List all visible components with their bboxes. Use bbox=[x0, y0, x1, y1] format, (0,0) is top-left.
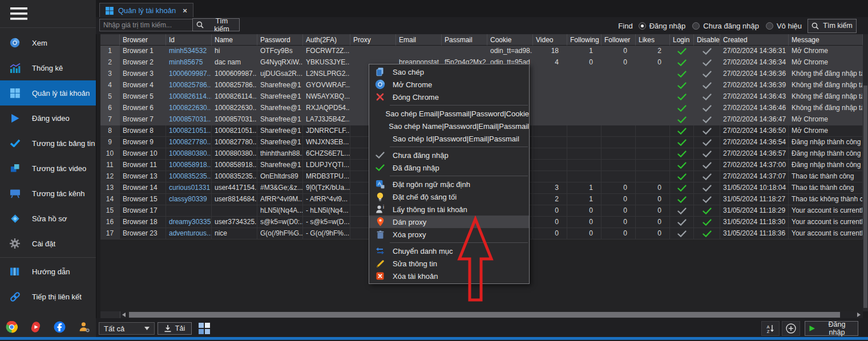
find-radio-option-0[interactable]: Đăng nhập bbox=[639, 22, 686, 30]
column-header-disable[interactable]: Disable bbox=[694, 34, 720, 46]
context-menu-item-lay-thong-tin-tai-khoan[interactable]: iLấy thông tin tài khoản bbox=[369, 203, 529, 216]
context-menu-item-da-dang-nhap[interactable]: Đã đăng nhập bbox=[369, 161, 529, 174]
cell-password: OnEhltdrs89 bbox=[257, 171, 303, 182]
context-menu-item-mo-chrome[interactable]: Mở Chrome bbox=[369, 78, 529, 91]
cell-created: 27/02/2024 14:36:34 bbox=[720, 57, 789, 68]
column-header-auth[interactable]: Auth(2FA) bbox=[303, 34, 350, 46]
context-menu-item-sao-chep-id-combo[interactable]: Sao chép Id|Password|Email|Passmail bbox=[369, 132, 529, 145]
scroll-right-icon[interactable] bbox=[855, 311, 862, 318]
download-button[interactable]: Tải bbox=[158, 322, 192, 335]
find-radio-option-1[interactable]: Chưa đăng nhập bbox=[692, 22, 759, 30]
context-menu-item-label: Chưa đăng nhập bbox=[393, 151, 449, 160]
context-menu-separator bbox=[390, 105, 528, 105]
cell-following bbox=[567, 114, 601, 125]
vertical-scrollbar-thumb[interactable] bbox=[863, 86, 867, 308]
column-header-message[interactable]: Message bbox=[789, 34, 863, 46]
login-button[interactable]: Đăng nhập bbox=[805, 321, 858, 336]
add-button[interactable] bbox=[782, 321, 800, 336]
context-menu-item-dat-che-do-sang-toi[interactable]: Đặt chế độ sáng tối bbox=[369, 190, 529, 203]
cell-video bbox=[533, 80, 567, 91]
category-filter-dropdown[interactable]: Tất cả bbox=[99, 322, 155, 335]
column-header-video[interactable]: Video bbox=[533, 34, 567, 46]
context-menu-item-dat-ngon-ngu-mac-dinh[interactable]: AĐặt ngôn ngữ mặc định bbox=[369, 178, 529, 190]
context-menu-item-sua-thong-tin[interactable]: Sửa thông tin bbox=[369, 257, 529, 270]
column-header-following[interactable]: Following bbox=[567, 34, 601, 46]
sidebar-item-tuong-tac-video[interactable]: Tương tác video bbox=[0, 156, 96, 181]
search-input[interactable] bbox=[99, 19, 193, 31]
sidebar-item-label: Tương tác video bbox=[32, 164, 86, 173]
cell-created: 31/05/2024 11:18:27 bbox=[720, 194, 789, 205]
sidebar-item-sua-ho-so[interactable]: Sửa hồ sơ bbox=[0, 206, 96, 231]
column-header-password[interactable]: Password bbox=[257, 34, 303, 46]
cell-id: 1000825786... bbox=[166, 80, 212, 91]
find-search-button[interactable]: Tìm kiếm bbox=[808, 19, 857, 33]
column-header-name[interactable]: Name bbox=[212, 34, 257, 46]
context-menu-item-xoa-proxy[interactable]: Xóa proxy bbox=[369, 228, 529, 241]
cell-browser: Browser 10 bbox=[120, 148, 166, 160]
column-header-passmail[interactable]: Passmail bbox=[442, 34, 487, 46]
context-menu-item-sao-chep-name-combo[interactable]: Sao chép Name|Password|Email|Passmail bbox=[369, 120, 529, 132]
cell-name: 1000827780... bbox=[212, 137, 257, 148]
tab-quan-ly-tai-khoan[interactable]: Quản lý tài khoản × bbox=[99, 3, 193, 18]
cell-video: 0 bbox=[533, 228, 567, 239]
sidebar-item-label: Sửa hồ sơ bbox=[32, 214, 67, 223]
scroll-left-icon[interactable] bbox=[120, 311, 127, 318]
sidebar-item-xem[interactable]: Xem bbox=[0, 30, 96, 55]
facebook-icon[interactable] bbox=[54, 321, 66, 333]
column-header-num[interactable] bbox=[100, 34, 120, 46]
check-gray-icon bbox=[703, 105, 712, 112]
sidebar-item-tuong-tac-bang-tin[interactable]: Tương tác bảng tin bbox=[0, 131, 96, 156]
cell-login bbox=[670, 114, 694, 125]
hamburger-menu-icon[interactable] bbox=[10, 7, 27, 21]
sidebar-item-tiep-thi-lien-ket[interactable]: Tiếp thị liên kết bbox=[0, 284, 96, 309]
cell-auth: 9|0(TzK/bUa... bbox=[303, 182, 350, 194]
bulb-icon bbox=[375, 192, 385, 202]
chrome-color-icon[interactable] bbox=[6, 321, 18, 333]
column-header-email[interactable]: Email bbox=[396, 34, 442, 46]
context-menu-item-dan-proxy[interactable]: Dán proxy bbox=[369, 216, 529, 228]
cell-name: 1000821051... bbox=[212, 125, 257, 137]
horizontal-scrollbar[interactable] bbox=[100, 311, 863, 318]
context-menu-item-xoa-tai-khoan[interactable]: Xóa tài khoản bbox=[369, 270, 529, 282]
column-header-likes[interactable]: Likes bbox=[636, 34, 670, 46]
vertical-scrollbar[interactable] bbox=[863, 34, 868, 311]
context-menu-item-chuyen-danh-muc[interactable]: Chuyển danh mục bbox=[369, 245, 529, 257]
cell-likes bbox=[636, 91, 670, 103]
find-radio-option-2[interactable]: Vô hiệu bbox=[766, 22, 802, 30]
check-green-icon bbox=[677, 116, 687, 123]
tab-close-icon[interactable]: × bbox=[180, 6, 187, 15]
horizontal-scrollbar-thumb[interactable] bbox=[129, 312, 840, 318]
check-gray-icon bbox=[703, 162, 712, 169]
sort-az-button[interactable]: AZ bbox=[761, 321, 780, 336]
column-header-cookie[interactable]: Cookie bbox=[487, 34, 533, 46]
cell-likes bbox=[636, 171, 670, 182]
grid-view-icon[interactable] bbox=[197, 322, 211, 335]
sidebar-item-thong-ke[interactable]: Thống kê bbox=[0, 55, 96, 80]
table-row-1[interactable]: 1Browser 1minh534532hiOTFcy9BsFOCRWT2Z..… bbox=[100, 46, 863, 57]
cell-created: 27/02/2024 14:36:50 bbox=[720, 125, 789, 137]
sidebar-item-dang-video[interactable]: Đăng video bbox=[0, 105, 96, 131]
column-header-id[interactable]: Id bbox=[166, 34, 212, 46]
cell-video bbox=[533, 103, 567, 114]
column-header-browser[interactable]: Browser bbox=[120, 34, 166, 46]
column-header-login[interactable]: Login bbox=[670, 34, 694, 46]
cell-following bbox=[567, 171, 601, 182]
column-header-proxy[interactable]: Proxy bbox=[350, 34, 396, 46]
column-header-created[interactable]: Created bbox=[720, 34, 789, 46]
cell-follower bbox=[601, 80, 636, 91]
sidebar-item-cai-dat[interactable]: Cài đặt bbox=[0, 231, 96, 256]
sidebar-item-tuong-tac-kenh[interactable]: Tương tác kênh bbox=[0, 181, 96, 206]
user-gear-icon[interactable] bbox=[78, 321, 90, 333]
cell-password: Sharefree@1 bbox=[257, 80, 303, 91]
sidebar-item-quan-ly-tai-khoan[interactable]: Quản lý tài khoản bbox=[0, 80, 96, 105]
context-menu-item-sao-chep[interactable]: Sao chép bbox=[369, 66, 529, 78]
shorts-icon[interactable] bbox=[30, 321, 41, 333]
cell-likes: 0 bbox=[636, 194, 670, 205]
sidebar-item-huong-dan[interactable]: Hướng dẫn bbox=[0, 259, 96, 284]
search-button[interactable]: Tìm kiếm bbox=[192, 18, 240, 31]
context-menu-item-dong-chrome[interactable]: Đóng Chrome bbox=[369, 91, 529, 103]
cell-follower: 0 bbox=[601, 228, 636, 239]
column-header-follower[interactable]: Follower bbox=[601, 34, 636, 46]
context-menu-item-chua-dang-nhap[interactable]: Chưa đăng nhập bbox=[369, 149, 529, 161]
context-menu-item-sao-chep-email-combo[interactable]: Sao chép Email|Passmail|Password|Cookie bbox=[369, 107, 529, 120]
